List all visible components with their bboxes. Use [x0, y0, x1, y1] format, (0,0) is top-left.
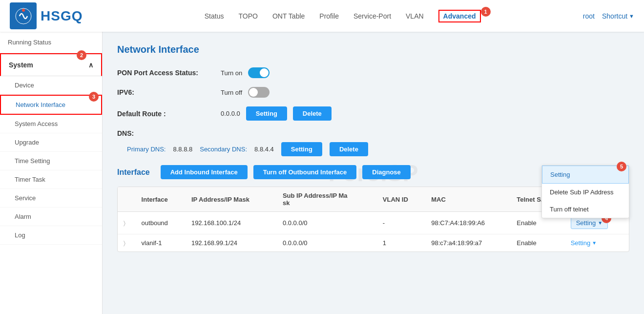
nav-vlan[interactable]: VLAN	[406, 10, 424, 22]
sidebar-item-service[interactable]: Service	[0, 189, 102, 208]
secondary-dns-value: 8.8.4.4	[254, 146, 274, 153]
ipv6-value: Turn off	[221, 89, 242, 96]
table-row: 〉 vlanif-1 192.168.99.1/24 0.0.0.0/0 1 9…	[118, 234, 629, 252]
row1-sub-ip-mask: 0.0.0.0/0	[277, 212, 377, 234]
chevron-up-icon: ∧	[88, 61, 93, 69]
th-expand	[118, 187, 136, 212]
sidebar-item-upgrade[interactable]: Upgrade	[0, 133, 102, 152]
dns-label: DNS:	[117, 129, 629, 137]
pon-port-row: PON Port Access Status: Turn on	[117, 67, 629, 78]
dns-section: DNS: Primary DNS: 8.8.8.8 Secondary DNS:…	[117, 129, 629, 156]
sidebar: Running Status System ∧ 2 Device Network…	[0, 32, 103, 314]
nav-profile[interactable]: Profile	[319, 10, 339, 22]
main-content: ForoISP Network Interface PON Port Acces…	[103, 32, 644, 314]
row2-vlan-id: 1	[377, 234, 425, 252]
ipv6-toggle[interactable]	[248, 87, 270, 98]
row1-interface: outbound	[136, 212, 186, 234]
sidebar-item-alarm[interactable]: Alarm	[0, 208, 102, 226]
page-title: Network Interface	[117, 44, 629, 55]
pon-port-label: PON Port Access Status:	[117, 69, 215, 77]
interface-dropdown-menu: Setting 5 Delete Sub IP Address Turn off…	[541, 165, 629, 218]
primary-dns-label: Primary DNS:	[127, 146, 166, 153]
pon-port-toggle[interactable]	[248, 67, 270, 78]
row1-setting-button[interactable]: Setting ▼ 4	[571, 217, 608, 229]
row2-ip-mask: 192.168.99.1/24	[186, 234, 277, 252]
pon-port-value: Turn on	[221, 69, 242, 77]
th-interface: Interface	[136, 187, 186, 212]
main-nav: Status TOPO ONT Table Profile Service-Po…	[102, 10, 582, 22]
logo-text: HSGQ	[41, 8, 83, 24]
sidebar-item-log[interactable]: Log	[0, 226, 102, 245]
default-route-label: Default Route :	[117, 110, 215, 118]
row1-setting-chevron-icon: ▼	[598, 220, 602, 226]
svg-point-1	[22, 9, 25, 12]
row2-expand[interactable]: 〉	[118, 234, 136, 252]
row1-mac: 98:C7:A4:18:99:A6	[425, 212, 511, 234]
diagnose-button[interactable]: Diagnose	[362, 165, 411, 179]
default-route-setting-button[interactable]: Setting	[246, 106, 287, 121]
row1-expand[interactable]: 〉	[118, 212, 136, 234]
th-ip-mask: IP Address/IP Mask	[186, 187, 277, 212]
system-badge: 2	[77, 50, 86, 60]
th-mac: MAC	[425, 187, 511, 212]
setting-dropdown-container: Setting 5 Delete Sub IP Address Turn off…	[541, 165, 629, 218]
expand-arrow-icon: 〉	[124, 240, 125, 247]
primary-dns-value: 8.8.8.8	[173, 146, 192, 153]
sidebar-item-device[interactable]: Device	[0, 76, 102, 95]
nav-topo[interactable]: TOPO	[238, 10, 257, 22]
logo-area: HSGQ	[10, 2, 83, 29]
setting-badge: 5	[617, 162, 626, 171]
sidebar-section-system[interactable]: System ∧ 2	[0, 53, 102, 76]
interface-header: Interface Add Inbound Interface Turn off…	[117, 165, 629, 179]
nav-advanced[interactable]: Advanced 1	[438, 10, 481, 22]
layout: Running Status System ∧ 2 Device Network…	[0, 32, 644, 314]
sidebar-item-time-setting[interactable]: Time Setting	[0, 152, 102, 170]
row2-sub-ip-mask: 0.0.0.0/0	[277, 234, 377, 252]
expand-arrow-icon: 〉	[124, 220, 125, 227]
row2-setting-button[interactable]: Setting ▼	[571, 239, 623, 247]
nav-badge: 1	[481, 7, 491, 17]
secondary-dns-label: Secondary DNS:	[200, 146, 247, 153]
nav-ont-table[interactable]: ONT Table	[272, 10, 305, 22]
ipv6-row: IPV6: Turn off	[117, 87, 629, 98]
dropdown-item-turn-off-telnet[interactable]: Turn off telnet	[542, 201, 629, 218]
sidebar-item-system-access[interactable]: System Access	[0, 115, 102, 133]
turn-off-outbound-button[interactable]: Turn off Outbound Interface	[253, 165, 357, 179]
nav-service-port[interactable]: Service-Port	[353, 10, 391, 22]
row2-telnet: Enable	[511, 234, 564, 252]
default-route-delete-button[interactable]: Delete	[293, 106, 332, 121]
nav-status[interactable]: Status	[205, 10, 224, 22]
network-interface-badge: 3	[89, 92, 99, 102]
default-route-value: 0.0.0.0	[221, 110, 240, 117]
row2-setting: Setting ▼	[565, 234, 629, 252]
sidebar-item-network-interface[interactable]: Network Interface 3	[0, 95, 102, 115]
ipv6-label: IPV6:	[117, 88, 215, 96]
header-right: root Shortcut ▼	[583, 12, 634, 20]
default-route-row: Default Route : 0.0.0.0 Setting Delete	[117, 106, 629, 121]
row2-setting-chevron-icon: ▼	[592, 240, 597, 246]
header-shortcut[interactable]: Shortcut ▼	[602, 12, 634, 20]
row1-vlan-id: -	[377, 212, 425, 234]
sidebar-item-running-status[interactable]: Running Status	[0, 32, 102, 53]
header: HSGQ Status TOPO ONT Table Profile Servi…	[0, 0, 644, 32]
row2-interface: vlanif-1	[136, 234, 186, 252]
row1-ip-mask: 192.168.100.1/24	[186, 212, 277, 234]
dropdown-item-setting[interactable]: Setting 5	[542, 166, 629, 184]
interface-title: Interface	[117, 168, 150, 177]
dns-row: Primary DNS: 8.8.8.8 Secondary DNS: 8.8.…	[117, 142, 629, 156]
header-user[interactable]: root	[583, 12, 595, 20]
dropdown-item-delete-sub-ip[interactable]: Delete Sub IP Address	[542, 184, 629, 201]
dns-setting-button[interactable]: Setting	[281, 142, 322, 156]
row2-mac: 98:c7:a4:18:99:a7	[425, 234, 511, 252]
add-inbound-button[interactable]: Add Inbound Interface	[161, 165, 248, 179]
sidebar-item-timer-task[interactable]: Timer Task	[0, 170, 102, 189]
th-vlan-id: VLAN ID	[377, 187, 425, 212]
dns-delete-button[interactable]: Delete	[330, 142, 368, 156]
th-sub-ip-mask: Sub IP Address/IP Mask	[277, 187, 377, 212]
shortcut-chevron-icon: ▼	[629, 13, 634, 19]
logo-icon	[10, 2, 37, 29]
